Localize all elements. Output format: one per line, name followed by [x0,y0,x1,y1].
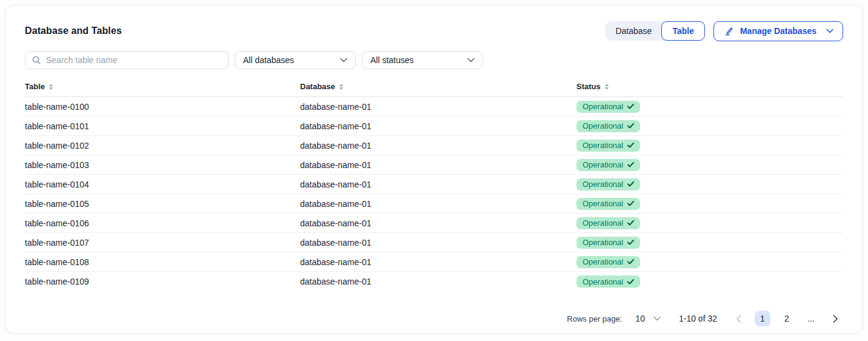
filter-bar: All databases All statuses [25,51,843,69]
status-badge: Operational [576,217,640,229]
search-input[interactable] [46,55,222,65]
table-row[interactable]: table-name-0101 database-name-01 Operati… [25,116,843,136]
status-label: Operational [583,121,623,130]
column-header-database[interactable]: Database [300,82,576,91]
search-icon [32,55,41,65]
table-name-cell: table-name-0107 [25,238,300,248]
status-badge: Operational [576,159,640,171]
sort-icon[interactable] [339,84,343,90]
database-name-cell: database-name-01 [300,180,576,189]
status-label: Operational [583,218,623,228]
status-cell: Operational [576,120,843,132]
page-title: Database and Tables [25,25,122,36]
table-search[interactable] [25,51,229,69]
check-icon [627,201,634,206]
table-name-cell: table-name-0108 [25,257,300,267]
database-filter-value: All databases [243,55,294,65]
status-cell: Operational [576,178,843,191]
status-badge: Operational [576,101,640,113]
table-row[interactable]: table-name-0104 database-name-01 Operati… [25,175,843,194]
check-icon [627,123,634,129]
table-row[interactable]: table-name-0102 database-name-01 Operati… [25,136,843,155]
status-badge: Operational [576,140,640,152]
chevron-down-icon [467,58,475,62]
view-toggle: Database Table [606,21,704,41]
table-header-row: Table Database Status [25,82,843,97]
status-cell: Operational [576,217,843,229]
status-label: Operational [583,199,623,208]
panel-header: Database and Tables Database Table Manag… [25,21,843,41]
table-row[interactable]: table-name-0106 database-name-01 Operati… [25,214,843,233]
edit-pencil-icon [723,25,734,36]
check-icon [627,220,634,226]
check-icon [627,143,634,148]
status-cell: Operational [576,140,843,152]
status-label: Operational [583,141,623,150]
table-name-cell: table-name-0105 [25,199,300,209]
previous-page-icon[interactable] [730,311,746,326]
status-label: Operational [583,102,623,111]
status-badge: Operational [576,178,640,191]
table-row[interactable]: table-name-0100 database-name-01 Operati… [25,97,843,116]
chevron-down-icon [653,316,661,321]
toggle-database[interactable]: Database [606,21,661,41]
status-cell: Operational [576,275,843,288]
column-header-table[interactable]: Table [25,82,300,91]
status-label: Operational [583,238,623,247]
database-name-cell: database-name-01 [300,141,576,150]
status-badge: Operational [576,198,640,210]
database-name-cell: database-name-01 [300,277,576,286]
table-name-cell: table-name-0109 [25,277,300,286]
pagination-bar: Rows per page: 10 1-10 of 32 1 2 ... [25,311,843,326]
header-controls: Database Table Manage Databases [606,21,843,41]
check-icon [627,162,634,167]
table-name-cell: table-name-0101 [25,121,300,131]
check-icon [627,259,634,265]
database-name-cell: database-name-01 [300,121,576,131]
pagination-range: 1-10 of 32 [679,314,717,323]
status-label: Operational [583,257,623,266]
check-icon [627,240,634,245]
status-filter-select[interactable]: All statuses [362,51,483,69]
check-icon [627,104,634,109]
status-badge: Operational [576,120,640,132]
status-badge: Operational [576,256,640,268]
column-header-status[interactable]: Status [576,82,843,91]
sort-icon[interactable] [49,84,53,90]
table-row[interactable]: table-name-0103 database-name-01 Operati… [25,155,843,175]
table-row[interactable]: table-name-0107 database-name-01 Operati… [25,233,843,252]
database-tables-panel: Database and Tables Database Table Manag… [5,5,863,334]
database-name-cell: database-name-01 [300,160,576,170]
table-row[interactable]: table-name-0105 database-name-01 Operati… [25,194,843,214]
table-row[interactable]: table-name-0109 database-name-01 Operati… [25,272,843,291]
page-ellipsis[interactable]: ... [803,311,819,326]
toggle-table[interactable]: Table [661,21,705,41]
sort-icon[interactable] [605,84,609,90]
page-button-2[interactable]: 2 [779,311,795,326]
check-icon [627,181,634,187]
status-badge: Operational [576,237,640,249]
status-badge: Operational [576,275,640,288]
status-label: Operational [583,160,623,169]
rows-per-page-select[interactable]: 10 [635,314,661,323]
table-name-cell: table-name-0103 [25,160,300,170]
status-filter-value: All statuses [370,55,414,65]
rows-per-page-value: 10 [635,314,645,323]
manage-databases-button[interactable]: Manage Databases [713,21,843,41]
chevron-down-icon [826,29,833,33]
database-name-cell: database-name-01 [300,199,576,209]
table-name-cell: table-name-0106 [25,218,300,228]
status-cell: Operational [576,256,843,268]
chevron-down-icon [340,58,347,62]
database-name-cell: database-name-01 [300,102,576,112]
table-name-cell: table-name-0104 [25,180,300,189]
database-name-cell: database-name-01 [300,218,576,228]
page-button-1[interactable]: 1 [755,311,770,326]
table-row[interactable]: table-name-0108 database-name-01 Operati… [25,252,843,272]
tables-list: Table Database Status table-name-0100 da… [25,82,843,291]
check-icon [627,279,634,285]
status-cell: Operational [576,159,843,171]
next-page-icon[interactable] [827,311,843,326]
table-body: table-name-0100 database-name-01 Operati… [25,97,843,291]
database-filter-select[interactable]: All databases [235,51,356,69]
